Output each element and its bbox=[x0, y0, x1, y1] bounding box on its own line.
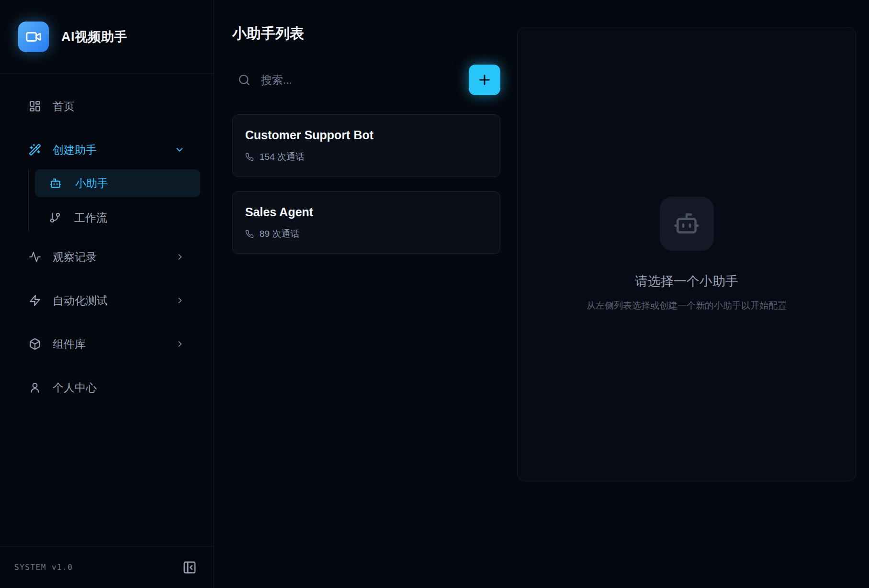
sidebar-item-observation-log[interactable]: 观察记录 bbox=[13, 243, 200, 271]
assistant-name: Customer Support Bot bbox=[245, 128, 487, 142]
sidebar-item-label: 小助手 bbox=[75, 176, 108, 191]
empty-state-subtitle: 从左侧列表选择或创建一个新的小助手以开始配置 bbox=[587, 300, 787, 312]
sidebar-item-workflow[interactable]: 工作流 bbox=[35, 204, 200, 232]
chevron-right-icon bbox=[175, 296, 185, 305]
box-icon bbox=[29, 338, 41, 350]
sidebar-item-home[interactable]: 首页 bbox=[13, 92, 200, 120]
search-row bbox=[232, 65, 500, 95]
sidebar-item-label: 组件库 bbox=[53, 337, 86, 352]
app-title: AI视频助手 bbox=[61, 28, 127, 45]
create-assistant-submenu: 小助手 工作流 bbox=[28, 169, 200, 232]
sidebar-nav: 首页 创建助手 小助手 bbox=[0, 74, 214, 417]
chevron-right-icon bbox=[175, 339, 185, 349]
assistant-card[interactable]: Sales Agent 89 次通话 bbox=[232, 191, 500, 254]
empty-state: 请选择一个小助手 从左侧列表选择或创建一个新的小助手以开始配置 bbox=[587, 197, 787, 312]
sidebar-item-create-assistant[interactable]: 创建助手 bbox=[13, 136, 200, 164]
video-camera-icon bbox=[25, 29, 42, 45]
sidebar-item-label: 自动化测试 bbox=[53, 293, 108, 308]
collapse-sidebar-button[interactable] bbox=[182, 560, 197, 575]
app-logo bbox=[18, 22, 49, 52]
app-window: AI视频助手 首页 创建助手 bbox=[0, 0, 869, 588]
sidebar-item-mini-assistant[interactable]: 小助手 bbox=[35, 169, 200, 197]
dashboard-icon bbox=[29, 100, 41, 112]
add-assistant-button[interactable] bbox=[469, 65, 500, 95]
assistant-card[interactable]: Customer Support Bot 154 次通话 bbox=[232, 114, 500, 177]
assistant-call-count: 89 次通话 bbox=[245, 228, 487, 240]
call-count-text: 89 次通话 bbox=[260, 228, 299, 240]
lightning-bolt-icon bbox=[29, 294, 41, 307]
sidebar-item-personal-center[interactable]: 个人中心 bbox=[13, 374, 200, 401]
assistant-list-column: 小助手列表 Customer Support Bot bbox=[214, 0, 517, 588]
search-input[interactable] bbox=[261, 74, 414, 87]
main-content: 小助手列表 Customer Support Bot bbox=[214, 0, 869, 588]
sidebar-item-label: 工作流 bbox=[74, 211, 107, 225]
system-version: SYSTEM v1.0 bbox=[14, 563, 73, 572]
empty-state-title: 请选择一个小助手 bbox=[635, 273, 738, 290]
sidebar: AI视频助手 首页 创建助手 bbox=[0, 0, 214, 588]
bot-icon bbox=[673, 210, 700, 237]
user-icon bbox=[29, 381, 41, 394]
bot-icon bbox=[49, 177, 62, 189]
phone-icon bbox=[245, 230, 254, 238]
sidebar-item-label: 首页 bbox=[53, 99, 75, 114]
sidebar-header: AI视频助手 bbox=[0, 0, 214, 74]
sidebar-item-label: 观察记录 bbox=[53, 250, 97, 265]
chevron-down-icon bbox=[174, 144, 185, 155]
magic-wand-icon bbox=[29, 144, 41, 156]
chevron-right-icon bbox=[175, 252, 185, 262]
sidebar-item-label: 个人中心 bbox=[53, 380, 97, 395]
assistant-detail-panel: 请选择一个小助手 从左侧列表选择或创建一个新的小助手以开始配置 bbox=[517, 27, 856, 481]
search-icon bbox=[238, 74, 250, 86]
empty-state-icon-box bbox=[660, 197, 714, 251]
assistant-name: Sales Agent bbox=[245, 205, 487, 219]
panel-collapse-icon bbox=[182, 560, 197, 575]
page-title: 小助手列表 bbox=[232, 24, 500, 44]
plus-icon bbox=[477, 72, 492, 88]
git-branch-icon bbox=[49, 212, 61, 223]
call-count-text: 154 次通话 bbox=[260, 151, 305, 163]
sidebar-item-component-library[interactable]: 组件库 bbox=[13, 330, 200, 358]
sidebar-item-automation-test[interactable]: 自动化测试 bbox=[13, 287, 200, 314]
assistant-list: Customer Support Bot 154 次通话 Sales Agent bbox=[232, 114, 500, 254]
activity-pulse-icon bbox=[29, 251, 41, 263]
assistant-call-count: 154 次通话 bbox=[245, 151, 487, 163]
search-box bbox=[232, 74, 469, 87]
phone-icon bbox=[245, 153, 254, 161]
sidebar-footer: SYSTEM v1.0 bbox=[0, 546, 214, 588]
sidebar-item-label: 创建助手 bbox=[53, 143, 97, 157]
